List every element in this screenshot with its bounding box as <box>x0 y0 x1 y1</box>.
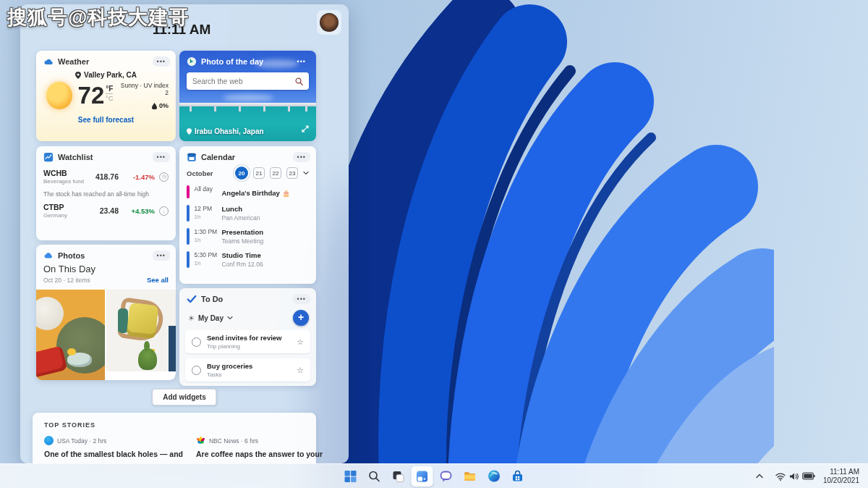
star-icon[interactable]: ☆ <box>297 366 304 375</box>
photos-meta: Oct 20 · 12 items <box>43 277 147 284</box>
taskbar: 11:11 AM 10/20/2021 <box>0 463 868 488</box>
watchlist-widget[interactable]: Watchlist ••• WCHB Beverages fund 418.76… <box>36 146 176 240</box>
day-chip[interactable]: 21 <box>253 167 265 179</box>
web-search-box[interactable] <box>187 72 309 90</box>
photos-more-icon[interactable]: ••• <box>153 251 170 261</box>
event-duration: 1h <box>195 214 222 220</box>
todo-list-name[interactable]: My Day <box>198 314 224 322</box>
weather-more-icon[interactable]: ••• <box>153 56 170 67</box>
task-item[interactable]: Buy groceries Tasks ☆ <box>185 358 310 382</box>
calendar-event[interactable]: 1:30 PM 1h Presentation Teams Meeting <box>187 228 310 245</box>
task-subtitle: Trip planning <box>207 343 291 350</box>
my-day-sun-icon: ☀ <box>188 314 195 322</box>
unit-fahrenheit[interactable]: °F <box>106 85 113 94</box>
event-color-bar <box>187 185 190 198</box>
photo-thumbnail[interactable] <box>36 290 105 380</box>
event-title: Angela's Birthday <box>222 189 280 197</box>
profile-button[interactable] <box>317 10 341 35</box>
event-subtitle: Teams Meeting <box>222 237 264 245</box>
tray-clock[interactable]: 11:11 AM 10/20/2021 <box>823 468 865 485</box>
battery-icon <box>802 472 815 480</box>
task-checkbox[interactable] <box>192 337 201 347</box>
tray-status-group[interactable] <box>773 471 818 482</box>
calendar-more-icon[interactable]: ••• <box>293 152 310 162</box>
photo-caption: Irabu Ohashi, Japan <box>195 127 264 135</box>
task-title: Send invites for review <box>207 334 291 342</box>
see-full-forecast-link[interactable]: See full forecast <box>36 116 176 124</box>
photo-detail <box>138 348 157 370</box>
on-this-day-heading: On This Day <box>43 264 169 274</box>
top-stories-header: TOP STORIES <box>33 413 316 436</box>
calendar-title: Calendar <box>201 153 289 161</box>
taskbar-search-button[interactable] <box>364 466 386 487</box>
stock-row[interactable]: WCHB Beverages fund 418.76 -1.47% ◷ <box>36 165 176 185</box>
calendar-event[interactable]: All day Angela's Birthday🎂 <box>187 185 310 198</box>
photos-cloud-icon <box>43 251 54 261</box>
task-item[interactable]: Send invites for review Trip planning ☆ <box>185 330 310 353</box>
stock-change: -1.47% <box>123 173 155 181</box>
add-task-button[interactable]: + <box>293 310 309 326</box>
story-headline: Are coffee naps the answer to your <box>196 450 323 458</box>
sunny-icon <box>46 82 72 109</box>
search-more-icon[interactable]: ••• <box>293 56 310 67</box>
day-chip-selected[interactable]: 20 <box>235 167 248 180</box>
event-color-bar <box>187 251 190 268</box>
alert-down-icon[interactable]: ↓ <box>159 206 169 216</box>
task-checkbox[interactable] <box>192 366 201 375</box>
folder-icon <box>463 469 477 484</box>
weather-widget[interactable]: Weather ••• Valley Park, CA 72 °F °C Sun… <box>36 51 176 141</box>
todo-more-icon[interactable]: ••• <box>293 294 310 304</box>
calendar-icon <box>187 152 197 162</box>
see-all-link[interactable]: See all <box>147 276 169 284</box>
speaker-icon <box>789 472 799 481</box>
photo-thumbnail[interactable] <box>106 290 176 380</box>
todo-widget[interactable]: To Do ••• ☀ My Day + Send invites for re… <box>179 288 316 386</box>
news-story[interactable]: USA Today · 2 hrs One of the smallest bl… <box>44 436 183 458</box>
stock-row[interactable]: CTBP Germany 23.48 +4.53% ↓ <box>36 199 176 219</box>
day-chip[interactable]: 23 <box>286 167 298 179</box>
news-story[interactable]: NBC News · 6 hrs Are coffee naps the ans… <box>196 436 323 458</box>
chat-icon <box>439 469 454 484</box>
search-icon <box>368 470 381 483</box>
star-icon[interactable]: ☆ <box>297 337 304 347</box>
tray-chevron-up[interactable] <box>752 466 767 487</box>
unit-celsius[interactable]: °C <box>106 94 113 102</box>
location-pin-icon <box>75 72 81 79</box>
task-title: Buy groceries <box>207 362 291 370</box>
story-headline: One of the smallest black holes — and <box>44 450 183 458</box>
widgets-panel: 11:11 AM Weather ••• Valley Park, CA 72 … <box>20 4 349 463</box>
chevron-down-icon[interactable] <box>303 171 309 175</box>
start-button[interactable] <box>340 466 362 487</box>
photos-title: Photos <box>58 251 148 260</box>
calendar-event[interactable]: 12 PM 1h Lunch Pan American <box>187 205 310 222</box>
task-view-icon <box>391 469 406 484</box>
search-magnifier-icon[interactable] <box>295 77 303 85</box>
edge-icon <box>487 469 501 483</box>
chevron-down-icon[interactable] <box>227 316 233 320</box>
chat-button[interactable] <box>435 466 457 487</box>
event-duration: 1h <box>195 237 222 243</box>
alert-clock-icon[interactable]: ◷ <box>159 172 169 182</box>
add-widgets-button[interactable]: Add widgets <box>152 389 216 405</box>
task-view-button[interactable] <box>388 466 409 487</box>
precipitation-value: 0% <box>159 102 169 109</box>
file-explorer-button[interactable] <box>459 466 481 487</box>
edge-button[interactable] <box>483 466 505 487</box>
widgets-button[interactable] <box>412 466 433 487</box>
store-button[interactable] <box>507 466 529 487</box>
event-title: Studio Time <box>222 251 263 259</box>
photo-detail <box>106 371 176 380</box>
photo-detail <box>67 348 76 356</box>
photo-detail <box>36 297 64 330</box>
search-input[interactable] <box>192 77 291 85</box>
day-chip[interactable]: 22 <box>270 167 281 179</box>
photo-detail <box>36 345 67 379</box>
calendar-widget[interactable]: Calendar ••• October 20 21 22 23 All day… <box>179 146 316 284</box>
search-widget[interactable]: Photo of the day ••• Irabu Ohashi, Japan <box>179 51 316 141</box>
photos-widget[interactable]: Photos ••• On This Day Oct 20 · 12 items… <box>36 245 176 380</box>
watchlist-more-icon[interactable]: ••• <box>153 152 170 162</box>
stock-name: Germany <box>43 212 88 219</box>
calendar-event[interactable]: 5:30 PM 1h Studio Time Conf Rm 12.06 <box>187 251 310 268</box>
todo-check-icon <box>187 294 197 304</box>
expand-icon[interactable] <box>302 122 309 135</box>
